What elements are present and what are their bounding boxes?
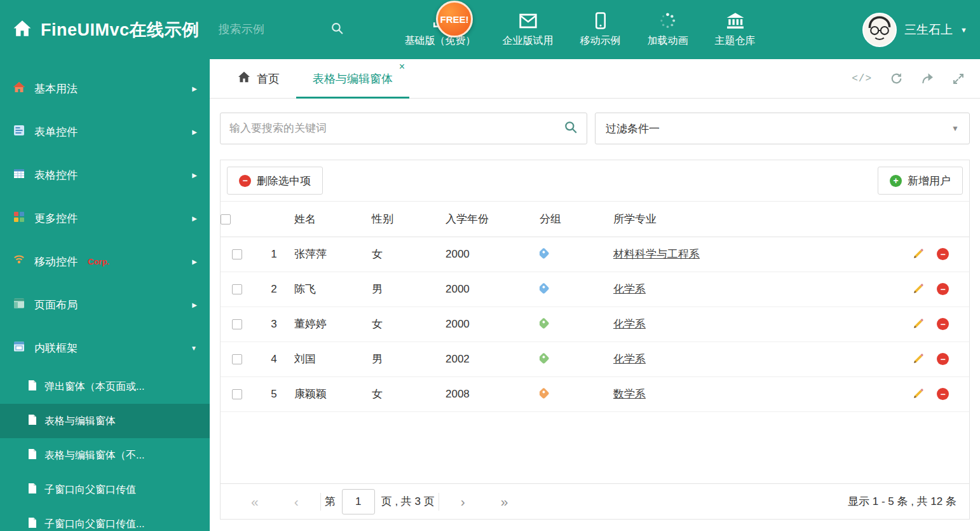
cell-year: 2000 — [446, 272, 540, 307]
row-number: 3 — [254, 307, 294, 341]
row-number: 1 — [254, 237, 294, 272]
tag-icon — [540, 387, 550, 399]
select-all-checkbox[interactable] — [221, 214, 231, 224]
nav-label: 移动示例 — [580, 34, 621, 48]
column-header-gender: 性别 — [372, 202, 446, 237]
share-forward-icon[interactable] — [921, 72, 934, 85]
nav-label: 主题仓库 — [715, 34, 756, 48]
cell-gender: 女 — [372, 307, 446, 341]
add-user-button[interactable]: + 新增用户 — [878, 167, 963, 195]
prev-page-icon[interactable]: ‹ — [276, 495, 316, 508]
sidebar-item-basic-usage[interactable]: 基本用法 ▶ — [0, 67, 210, 110]
tab-grid-edit-window[interactable]: 表格与编辑窗体 × — [296, 59, 409, 98]
delete-row-icon[interactable]: − — [937, 388, 949, 400]
nav-label: 加载动画 — [648, 34, 688, 48]
next-page-icon[interactable]: › — [443, 495, 483, 508]
cell-name: 董婷婷 — [294, 307, 372, 341]
tab-tools: </> — [852, 59, 980, 98]
house-icon — [13, 81, 25, 97]
sidebar-item-grid-controls[interactable]: 表格控件 ▶ — [0, 153, 210, 197]
nav-item-enterprise-trial[interactable]: 企业版试用 — [503, 12, 554, 48]
sidebar-item-form-controls[interactable]: 表单控件 ▶ — [0, 110, 210, 153]
sidebar-subitem-popup-window[interactable]: 弹出窗体（本页面或... — [0, 369, 210, 404]
file-icon — [28, 448, 37, 462]
cell-gender: 男 — [372, 341, 446, 376]
brand[interactable]: FineUIMvc在线示例 — [13, 18, 200, 41]
page-label-prefix: 第 — [325, 494, 336, 509]
refresh-icon[interactable] — [890, 72, 903, 85]
user-name: 三生石上 — [904, 22, 953, 38]
row-checkbox[interactable] — [232, 354, 242, 364]
source-code-icon[interactable]: </> — [852, 73, 872, 85]
edit-pencil-icon[interactable] — [912, 388, 924, 400]
filter-dropdown[interactable]: 过滤条件一 ▼ — [595, 113, 970, 144]
record-summary: 显示 1 - 5 条 , 共 12 条 — [848, 494, 956, 509]
table-icon — [13, 167, 25, 183]
sidebar-item-mobile-controls[interactable]: 移动控件 Corp. ▶ — [0, 240, 210, 283]
major-link[interactable]: 数学系 — [613, 388, 646, 400]
header-search-input[interactable] — [219, 23, 314, 36]
edit-pencil-icon[interactable] — [912, 353, 924, 365]
row-checkbox[interactable] — [232, 284, 242, 294]
chevron-right-icon: ▶ — [192, 215, 197, 222]
sidebar-subitem-grid-edit-window-2[interactable]: 表格与编辑窗体（不... — [0, 438, 210, 472]
table-header-row: 姓名 性别 入学年份 分组 所学专业 — [221, 202, 969, 237]
first-page-icon[interactable]: « — [233, 495, 276, 508]
tag-icon — [540, 317, 550, 329]
sidebar-item-label: 内联框架 — [34, 341, 78, 355]
delete-row-icon[interactable]: − — [937, 248, 949, 260]
last-page-icon[interactable]: » — [483, 495, 526, 508]
sidebar-subitem-grid-edit-window[interactable]: 表格与编辑窗体 — [0, 404, 210, 438]
nav-label: 企业版试用 — [503, 34, 554, 48]
cell-year: 2000 — [446, 237, 540, 272]
user-menu[interactable]: 三生石上 ▼ — [862, 13, 967, 47]
expand-icon[interactable] — [952, 72, 965, 85]
delete-selected-button[interactable]: − 删除选中项 — [227, 167, 323, 195]
column-header-group: 分组 — [540, 202, 613, 237]
delete-row-icon[interactable]: − — [937, 353, 949, 365]
main-content: 首页 表格与编辑窗体 × </> — [210, 59, 980, 531]
page-number-input[interactable] — [342, 489, 375, 514]
major-link[interactable]: 化学系 — [613, 283, 646, 295]
sidebar-item-label: 表格控件 — [34, 168, 78, 183]
file-icon — [28, 517, 37, 531]
page-label-total: 页 , 共 3 页 — [381, 494, 435, 509]
file-icon — [28, 483, 37, 497]
users-table: 姓名 性别 入学年份 分组 所学专业 1 张萍萍 女 2000 — [221, 202, 969, 412]
delete-row-icon[interactable]: − — [937, 318, 949, 330]
search-icon[interactable] — [330, 22, 344, 38]
delete-row-icon[interactable]: − — [937, 283, 949, 295]
major-link[interactable]: 化学系 — [613, 318, 646, 330]
row-checkbox[interactable] — [232, 389, 242, 399]
nav-item-mobile-demo[interactable]: 移动示例 — [580, 12, 621, 48]
row-checkbox[interactable] — [232, 249, 242, 259]
free-badge: FREE! — [436, 1, 473, 38]
sidebar-subitem-child-to-parent-2[interactable]: 子窗口向父窗口传值... — [0, 507, 210, 531]
edit-pencil-icon[interactable] — [912, 283, 924, 295]
nav-item-loading-animation[interactable]: 加载动画 — [648, 12, 688, 48]
file-icon — [28, 414, 37, 428]
sidebar-subitem-label: 子窗口向父窗口传值... — [44, 518, 144, 531]
edit-pencil-icon[interactable] — [912, 318, 924, 330]
table-row: 5 康颖颖 女 2008 数学系 − — [221, 376, 969, 411]
keyword-search-input[interactable] — [229, 122, 564, 135]
major-link[interactable]: 化学系 — [613, 353, 646, 365]
search-icon[interactable] — [564, 120, 578, 137]
cell-year: 2002 — [446, 341, 540, 376]
edit-pencil-icon[interactable] — [912, 248, 924, 260]
row-checkbox[interactable] — [232, 319, 242, 329]
nav-item-theme-store[interactable]: 主题仓库 — [715, 12, 756, 48]
sidebar-subitem-child-to-parent[interactable]: 子窗口向父窗口传值 — [0, 472, 210, 507]
sidebar-item-label: 页面布局 — [34, 298, 78, 312]
blocks-icon — [13, 210, 25, 226]
sidebar-item-iframe[interactable]: 内联框架 ▼ — [0, 326, 210, 369]
sidebar-item-label: 移动控件 — [34, 254, 78, 269]
sidebar-item-page-layout[interactable]: 页面布局 ▶ — [0, 283, 210, 326]
sidebar-item-more-controls[interactable]: 更多控件 ▶ — [0, 197, 210, 240]
app-title: FineUIMvc在线示例 — [41, 18, 200, 41]
cell-name: 康颖颖 — [294, 376, 372, 411]
close-icon[interactable]: × — [399, 62, 405, 72]
tab-home[interactable]: 首页 — [221, 59, 296, 98]
major-link[interactable]: 材料科学与工程系 — [613, 248, 700, 260]
chevron-right-icon: ▶ — [192, 301, 197, 308]
